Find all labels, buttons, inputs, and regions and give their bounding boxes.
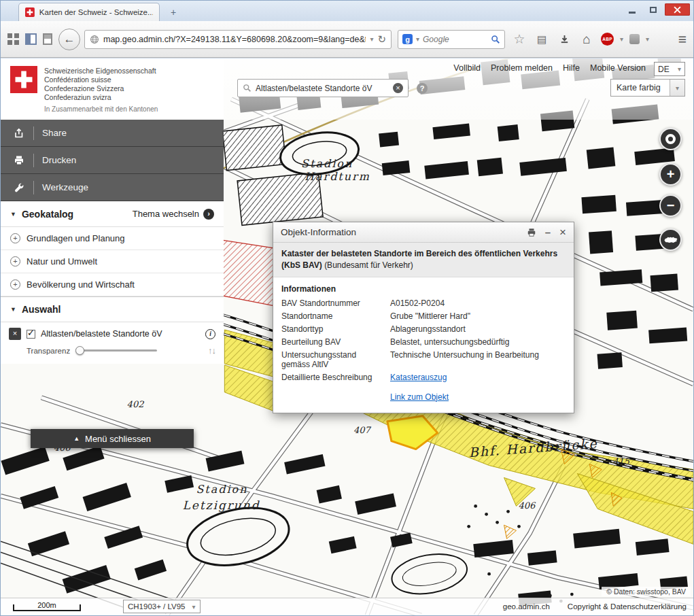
info-value: A01502-P0204 xyxy=(390,298,566,308)
download-icon xyxy=(559,34,570,44)
url-input[interactable] xyxy=(103,35,366,44)
target-icon xyxy=(665,134,676,144)
url-dropdown-caret-icon[interactable]: ▾ xyxy=(370,35,373,43)
minimize-button[interactable] xyxy=(623,3,642,16)
layer-label: Altlasten/belastete Standorte öV xyxy=(41,329,162,339)
header-link-hilfe[interactable]: Hilfe xyxy=(563,63,580,73)
footer-link-geoadmin[interactable]: geo.admin.ch xyxy=(503,602,550,611)
check-icon: ✓ xyxy=(27,328,35,338)
geokatalog-header[interactable]: ▼ Geokatalog Thema wechseln › xyxy=(1,201,224,227)
clear-search-icon[interactable]: × xyxy=(393,83,403,93)
map-search-box[interactable]: × xyxy=(237,79,409,97)
panel-icon[interactable] xyxy=(25,33,37,45)
language-select[interactable]: DE ▾ xyxy=(654,62,685,76)
popup-minimize-icon[interactable]: – xyxy=(545,226,551,238)
hamburger-menu-icon[interactable]: ≡ xyxy=(678,31,687,48)
layer-checkbox[interactable]: ✓ xyxy=(27,330,35,339)
popup-subtitle-normal: (Bundesamt für Verkehr) xyxy=(324,260,413,270)
footer-link-copyright[interactable]: Copyright & Datenschutzerklärung xyxy=(568,602,687,611)
map-label-406b: 406 xyxy=(519,500,537,511)
sidebar-item-share[interactable]: Share xyxy=(1,120,224,147)
adblock-caret-icon[interactable]: ▾ xyxy=(620,35,623,43)
url-bar[interactable]: ▾ ↻ xyxy=(84,30,392,49)
reload-button[interactable]: ↻ xyxy=(377,33,386,46)
info-value: Belastet, untersuchungsbedürftig xyxy=(390,337,566,347)
titlebar[interactable]: Karten der Schweiz - Schweize... + xyxy=(1,1,693,21)
new-tab-button[interactable]: + xyxy=(165,6,181,19)
downloads-button[interactable] xyxy=(556,31,572,48)
page-content: Stadion Hardturm Bhf. Hardbrücke Stadion… xyxy=(1,58,693,615)
sidebar-item-drucken[interactable]: Drucken xyxy=(1,147,224,174)
auswahl-header[interactable]: ▼ Auswahl xyxy=(1,296,224,322)
bookmark-star-icon[interactable]: ☆ xyxy=(511,31,527,48)
geoadmin-header: Schweizerische Eidgenossenschaft Confédé… xyxy=(1,58,693,120)
catalog-item-label: Grundlagen und Planung xyxy=(27,233,125,243)
catalog-item-natur[interactable]: + Natur und Umwelt xyxy=(1,250,224,273)
tools-wrench-icon xyxy=(12,182,27,193)
layer-info-icon[interactable]: i xyxy=(205,329,215,339)
werkzeuge-label: Werkzeuge xyxy=(42,182,88,192)
sidebar-item-werkzeuge[interactable]: Werkzeuge xyxy=(1,174,224,201)
swiss-confederation-logo-icon xyxy=(10,66,37,96)
zoom-out-button[interactable]: − xyxy=(659,194,682,217)
transparency-slider[interactable] xyxy=(77,349,157,352)
web-search-bar[interactable]: g ▾ xyxy=(398,30,505,49)
geolocate-button[interactable] xyxy=(659,128,682,150)
home-icon[interactable]: ⌂ xyxy=(578,31,595,48)
drucken-label: Drucken xyxy=(42,155,76,165)
close-button[interactable] xyxy=(665,3,690,16)
bookmarks-list-icon[interactable]: ▤ xyxy=(534,31,550,48)
header-link-vollbild[interactable]: Vollbild xyxy=(453,63,481,73)
web-search-input[interactable] xyxy=(423,35,487,44)
org-line-2: Confédération suisse xyxy=(44,75,156,84)
projection-value: CH1903+ / LV95 xyxy=(124,602,188,611)
info-label: Standorttyp xyxy=(281,324,385,334)
search-submit-magnifier-icon[interactable] xyxy=(491,35,500,44)
catalog-item-grundlagen[interactable]: + Grundlagen und Planung xyxy=(1,227,224,250)
map-label-hardturm-2: Hardturm xyxy=(305,170,370,183)
object-link[interactable]: Link zum Objekt xyxy=(390,392,566,402)
projection-select[interactable]: CH1903+ / LV95 ▾ xyxy=(123,600,201,613)
slider-knob[interactable] xyxy=(75,346,84,355)
katasterauszug-link[interactable]: Katasterauszug xyxy=(390,373,566,382)
adblock-icon[interactable]: ABP xyxy=(601,33,614,46)
header-link-problem-melden[interactable]: Problem melden xyxy=(491,63,553,73)
popup-print-icon[interactable] xyxy=(527,228,536,237)
transparency-label: Transparenz xyxy=(27,347,70,355)
share-label: Share xyxy=(42,128,67,138)
grid-icon[interactable] xyxy=(7,33,19,45)
popup-close-icon[interactable]: × xyxy=(559,226,566,239)
addon-icon[interactable] xyxy=(629,34,640,44)
map-style-select[interactable]: Karte farbig ▾ xyxy=(610,79,685,97)
footer-bar: 200m CH1903+ / LV95 ▾ geo.admin.ch Copyr… xyxy=(1,598,693,615)
default-extent-button[interactable] xyxy=(659,228,682,251)
popup-titlebar[interactable]: Objekt-Information – × xyxy=(273,222,574,243)
theme-switch-link[interactable]: Thema wechseln › xyxy=(133,209,214,220)
map-search-input[interactable] xyxy=(256,84,389,93)
theme-switch-label: Thema wechseln xyxy=(133,209,199,219)
header-link-mobile-version[interactable]: Mobile Version xyxy=(590,63,646,73)
popup-subtitle: Kataster der belasteten Standorte im Ber… xyxy=(273,243,574,277)
expand-plus-icon: + xyxy=(10,233,20,243)
map-label-415: 415 xyxy=(612,456,630,466)
search-help-icon[interactable]: ? xyxy=(417,83,428,94)
map-style-value: Karte farbig xyxy=(611,83,670,92)
close-menu-button[interactable]: ▲ Menü schliessen xyxy=(31,429,194,448)
popup-subtitle-bold: Kataster der belasteten Standorte im Ber… xyxy=(281,249,557,270)
auswahl-title: Auswahl xyxy=(22,304,61,315)
info-value: Ablagerungsstandort xyxy=(390,324,566,334)
back-button[interactable]: ← xyxy=(58,29,80,50)
addon-caret-icon[interactable]: ▾ xyxy=(646,35,649,43)
maximize-button[interactable] xyxy=(644,3,663,16)
popup-title: Objekt-Information xyxy=(281,227,356,237)
browser-tab[interactable]: Karten der Schweiz - Schweize... xyxy=(18,3,160,21)
org-line-3: Confederazione Svizzera xyxy=(44,84,156,93)
catalog-item-bevoelkerung[interactable]: + Bevölkerung und Wirtschaft xyxy=(1,273,224,296)
search-engine-caret-icon[interactable]: ▾ xyxy=(416,35,419,43)
print-icon xyxy=(12,155,27,166)
remove-layer-icon[interactable]: × xyxy=(9,328,21,340)
map-label-hardturm-1: Stadion xyxy=(301,157,353,170)
zoom-in-button[interactable]: + xyxy=(659,163,682,186)
clipboard-icon[interactable] xyxy=(43,33,52,45)
layer-order-arrows-icon[interactable]: ↑↓ xyxy=(208,345,215,356)
